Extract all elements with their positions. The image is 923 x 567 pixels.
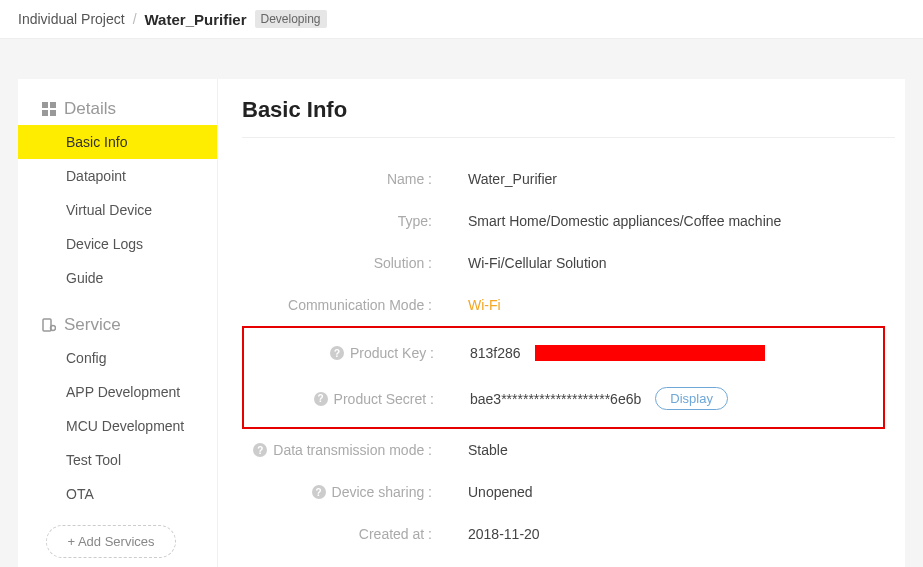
sidebar-item-app-dev[interactable]: APP Development: [18, 375, 217, 409]
main-content: Basic Info Name : Water_Purifier Type: S…: [218, 79, 905, 567]
field-transmission: ? Data transmission mode : Stable: [242, 429, 895, 471]
sidebar-item-mcu-dev[interactable]: MCU Development: [18, 409, 217, 443]
breadcrumb-sep: /: [133, 11, 137, 27]
sidebar-item-test-tool[interactable]: Test Tool: [18, 443, 217, 477]
value-created: 2018-11-20: [442, 526, 540, 542]
grid-icon: [42, 102, 56, 116]
field-sharing: ? Device sharing : Unopened: [242, 471, 895, 513]
svg-rect-3: [50, 110, 56, 116]
sidebar: Details Basic Info Datapoint Virtual Dev…: [18, 79, 218, 567]
sidebar-item-datapoint[interactable]: Datapoint: [18, 159, 217, 193]
sidebar-item-basic-info[interactable]: Basic Info: [18, 125, 217, 159]
field-name: Name : Water_Purifier: [242, 158, 895, 200]
field-product-secret: ? Product Secret : bae3*****************…: [244, 374, 883, 423]
add-services-button[interactable]: + Add Services: [46, 525, 176, 558]
status-badge: Developing: [255, 10, 327, 28]
value-transmission: Stable: [442, 442, 508, 458]
breadcrumb-root[interactable]: Individual Project: [18, 11, 125, 27]
label-type: Type:: [242, 213, 442, 229]
label-product-key: ? Product Key :: [244, 345, 444, 361]
field-created: Created at : 2018-11-20: [242, 513, 895, 555]
svg-rect-1: [50, 102, 56, 108]
help-icon[interactable]: ?: [312, 485, 326, 499]
field-product-key: ? Product Key : 813f286: [244, 332, 883, 374]
breadcrumb-title: Water_Purifier: [145, 11, 247, 28]
breadcrumb: Individual Project / Water_Purifier Deve…: [0, 0, 923, 39]
redacted-block: [535, 345, 765, 361]
value-solution: Wi-Fi/Cellular Solution: [442, 255, 606, 271]
svg-point-5: [51, 326, 56, 331]
value-product-secret: bae3********************6e6b Display: [444, 387, 728, 410]
svg-rect-0: [42, 102, 48, 108]
sidebar-item-device-logs[interactable]: Device Logs: [18, 227, 217, 261]
label-comm-mode: Communication Mode :: [242, 297, 442, 313]
label-sharing: ? Device sharing :: [242, 484, 442, 500]
field-solution: Solution : Wi-Fi/Cellular Solution: [242, 242, 895, 284]
service-icon: [42, 318, 56, 332]
value-product-key: 813f286: [444, 345, 765, 361]
label-transmission: ? Data transmission mode :: [242, 442, 442, 458]
label-created: Created at :: [242, 526, 442, 542]
display-button[interactable]: Display: [655, 387, 728, 410]
svg-rect-4: [43, 319, 51, 331]
help-icon[interactable]: ?: [330, 346, 344, 360]
label-name: Name :: [242, 171, 442, 187]
sidebar-item-guide[interactable]: Guide: [18, 261, 217, 295]
value-type: Smart Home/Domestic appliances/Coffee ma…: [442, 213, 781, 229]
label-product-secret: ? Product Secret :: [244, 391, 444, 407]
sidebar-details-items: Basic Info Datapoint Virtual Device Devi…: [18, 125, 217, 295]
sidebar-item-ota[interactable]: OTA: [18, 477, 217, 511]
value-sharing: Unopened: [442, 484, 533, 500]
field-type: Type: Smart Home/Domestic appliances/Cof…: [242, 200, 895, 242]
highlight-box: ? Product Key : 813f286 ? Product Secret…: [242, 326, 885, 429]
help-icon[interactable]: ?: [314, 392, 328, 406]
sidebar-head-service: Service: [18, 309, 217, 341]
sidebar-head-details-label: Details: [64, 99, 116, 119]
value-name: Water_Purifier: [442, 171, 557, 187]
page-title: Basic Info: [242, 97, 895, 138]
field-comm-mode: Communication Mode : Wi-Fi: [242, 284, 895, 326]
sidebar-item-virtual-device[interactable]: Virtual Device: [18, 193, 217, 227]
label-solution: Solution :: [242, 255, 442, 271]
sidebar-head-details: Details: [18, 93, 217, 125]
sidebar-service-items: Config APP Development MCU Development T…: [18, 341, 217, 511]
help-icon[interactable]: ?: [253, 443, 267, 457]
svg-rect-2: [42, 110, 48, 116]
sidebar-item-config[interactable]: Config: [18, 341, 217, 375]
sidebar-head-service-label: Service: [64, 315, 121, 335]
value-comm-mode: Wi-Fi: [442, 297, 501, 313]
